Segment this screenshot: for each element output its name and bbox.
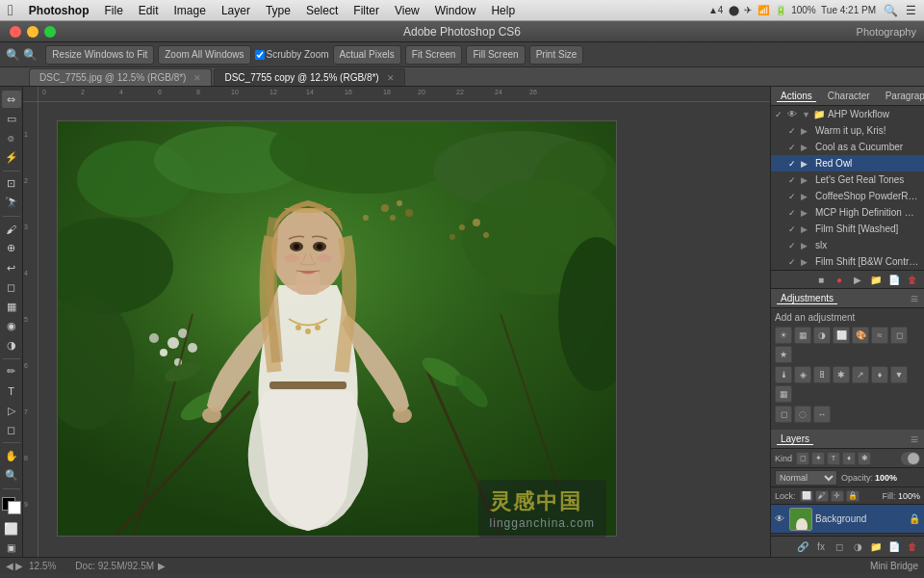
- adj-brightness[interactable]: ☀: [775, 327, 792, 344]
- layer-link-btn[interactable]: 🔗: [795, 540, 810, 554]
- tab-1-close[interactable]: ✕: [387, 73, 395, 83]
- adj-pattern[interactable]: ↔: [813, 406, 831, 423]
- menu-edit[interactable]: Edit: [139, 4, 159, 17]
- action-item-5[interactable]: ✓ ▶ CoffeeShop PowderRoom 2: [771, 188, 924, 204]
- path-select-tool[interactable]: ▷: [2, 402, 21, 419]
- background-color[interactable]: [8, 501, 21, 514]
- quick-mask-btn[interactable]: ⬜: [2, 520, 21, 538]
- menu-filter[interactable]: Filter: [353, 4, 379, 17]
- type-tool[interactable]: T: [2, 382, 21, 400]
- canvas-scroll[interactable]: 灵感中国 lingganchina.com: [38, 102, 770, 557]
- action-item-0[interactable]: ✓ 👁 ▼ 📁 AHP Workflow: [771, 106, 924, 122]
- fit-screen-btn[interactable]: Fit Screen: [405, 45, 463, 65]
- layer-mask-btn[interactable]: ◻: [832, 540, 847, 554]
- menu-view[interactable]: View: [395, 4, 420, 17]
- adj-vibrance[interactable]: 🎨: [852, 327, 869, 344]
- marquee-tool[interactable]: ▭: [2, 110, 21, 127]
- lock-transparent-btn[interactable]: ⬜: [800, 490, 813, 502]
- tool-colors[interactable]: [2, 497, 21, 514]
- zoom-all-windows-btn[interactable]: Zoom All Windows: [158, 45, 250, 65]
- adj-hsl[interactable]: ≈: [871, 327, 888, 344]
- tab-0[interactable]: DSC_7755.jpg @ 12.5% (RGB/8*) ✕: [29, 68, 212, 86]
- print-size-btn[interactable]: Print Size: [529, 45, 584, 65]
- action-new-btn[interactable]: 📄: [886, 273, 902, 286]
- filter-adj-btn[interactable]: ✦: [811, 452, 825, 465]
- layer-delete-btn[interactable]: 🗑: [905, 540, 920, 554]
- scrubby-zoom-checkbox[interactable]: [255, 50, 265, 60]
- adj-channel-mixer[interactable]: ◈: [794, 366, 811, 383]
- fill-screen-btn[interactable]: Fill Screen: [466, 45, 525, 65]
- layers-panel-menu[interactable]: ≡: [911, 432, 918, 447]
- pen-tool[interactable]: ✏: [2, 363, 21, 381]
- layer-adj-btn[interactable]: ◑: [850, 540, 865, 554]
- tab-character[interactable]: Character: [824, 91, 874, 102]
- layer-new-btn[interactable]: 📄: [886, 540, 902, 554]
- actual-pixels-btn[interactable]: Actual Pixels: [333, 45, 401, 65]
- layer-row-background[interactable]: 👁 Background 🔒: [771, 505, 924, 534]
- maximize-button[interactable]: [44, 26, 56, 38]
- filter-toggle[interactable]: [901, 452, 920, 465]
- hand-tool[interactable]: ✋: [2, 447, 21, 464]
- menu-image[interactable]: Image: [174, 4, 206, 17]
- eraser-tool[interactable]: ◻: [2, 278, 21, 296]
- apple-menu[interactable]: : [8, 2, 13, 19]
- action-item-1[interactable]: ✓ ▶ Warm it up, Kris!: [771, 122, 924, 139]
- menu-window[interactable]: Window: [435, 4, 476, 17]
- crop-tool[interactable]: ⊡: [2, 175, 21, 193]
- tab-0-close[interactable]: ✕: [193, 73, 201, 83]
- adj-gradient-map[interactable]: ▦: [775, 385, 792, 403]
- adj-threshold[interactable]: ♦: [871, 366, 888, 383]
- blend-mode-select[interactable]: Normal: [775, 470, 837, 486]
- action-delete-btn[interactable]: 🗑: [905, 273, 920, 286]
- adj-levels[interactable]: ▦: [794, 327, 811, 344]
- action-item-4[interactable]: ✓ ▶ Let's Get Real Tones: [771, 171, 924, 188]
- menu-layer[interactable]: Layer: [221, 4, 250, 17]
- layer-style-btn[interactable]: fx: [813, 540, 829, 554]
- dodge-tool[interactable]: ◑: [2, 337, 21, 355]
- clone-tool[interactable]: ⊕: [2, 240, 21, 257]
- gradient-tool[interactable]: ▦: [2, 298, 21, 315]
- adj-invert[interactable]: ✱: [833, 366, 850, 383]
- nav-right-arrow[interactable]: ▶: [15, 561, 23, 571]
- menu-type[interactable]: Type: [266, 4, 291, 17]
- move-tool[interactable]: ⇔: [2, 91, 21, 108]
- adj-posterize[interactable]: ↗: [852, 366, 869, 383]
- action-item-3[interactable]: ✓ ▶ Red Owl: [771, 155, 924, 171]
- tab-paragraph[interactable]: Paragraph: [882, 91, 924, 102]
- action-record-btn[interactable]: ●: [832, 273, 847, 286]
- quick-select-tool[interactable]: ⚡: [2, 148, 21, 166]
- action-item-6[interactable]: ✓ ▶ MCP High Definition Sharpe...: [771, 204, 924, 221]
- menu-file[interactable]: File: [105, 4, 123, 17]
- action-play-btn[interactable]: ▶: [850, 273, 865, 286]
- minimize-button[interactable]: [27, 26, 38, 38]
- eyedropper-tool[interactable]: 🔭: [2, 195, 21, 212]
- adj-exposure[interactable]: ⬜: [833, 327, 850, 344]
- adjustments-panel-menu[interactable]: ≡: [911, 291, 918, 306]
- action-new-folder-btn[interactable]: 📁: [868, 273, 884, 286]
- nav-left-arrow[interactable]: ◀: [6, 561, 13, 571]
- action-item-9[interactable]: ✓ ▶ Film Shift [B&W Contrast]: [771, 253, 924, 270]
- app-name-menu[interactable]: Photoshop: [29, 4, 90, 17]
- adj-color-lookup[interactable]: 🎚: [813, 366, 831, 383]
- adj-curves[interactable]: ◑: [813, 327, 831, 344]
- filter-kind-btn[interactable]: ◻: [796, 452, 809, 465]
- filter-smart-btn[interactable]: ✱: [858, 452, 871, 465]
- lasso-tool[interactable]: ⌾: [2, 129, 21, 146]
- workspace-label[interactable]: Photography: [857, 26, 916, 38]
- tab-actions[interactable]: Actions: [777, 91, 816, 102]
- lock-image-btn[interactable]: 🖌: [815, 490, 829, 502]
- action-item-2[interactable]: ✓ ▶ Cool as a Cucumber: [771, 139, 924, 155]
- notification-icon[interactable]: ☰: [906, 4, 916, 17]
- screen-mode-btn[interactable]: ▣: [2, 539, 21, 557]
- action-item-7[interactable]: ✓ ▶ Film Shift [Washed]: [771, 221, 924, 237]
- lock-position-btn[interactable]: ✛: [831, 490, 844, 502]
- action-item-8[interactable]: ✓ ▶ slx: [771, 237, 924, 253]
- history-brush-tool[interactable]: ↩: [2, 259, 21, 276]
- menu-help[interactable]: Help: [491, 4, 515, 17]
- lock-all-btn[interactable]: 🔒: [846, 490, 860, 502]
- brush-tool[interactable]: 🖌: [2, 221, 21, 238]
- tab-1[interactable]: DSC_7755 copy @ 12.5% (RGB/8*) ✕: [214, 68, 404, 86]
- adj-gradient-fill[interactable]: ◌: [794, 406, 811, 423]
- filter-shape-btn[interactable]: ♦: [842, 452, 856, 465]
- adj-selective-color[interactable]: ▼: [890, 366, 908, 383]
